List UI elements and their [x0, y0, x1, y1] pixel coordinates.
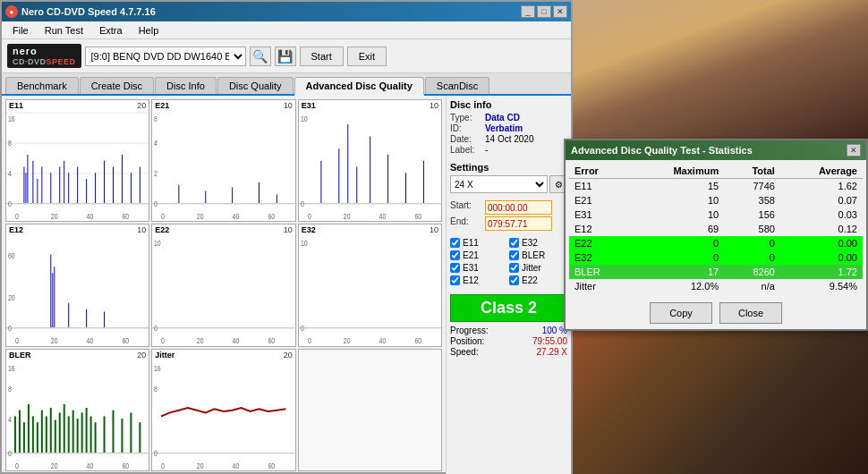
chart-e22-label: E22	[155, 225, 169, 234]
speed-label: Speed:	[450, 347, 479, 357]
checkbox-e21-row[interactable]: E21	[450, 250, 508, 260]
chart-e12: E12 10 0 60 20 0 20 40 60	[5, 224, 149, 346]
stats-tbody: E111577461.62E21103580.07E31101560.03E12…	[569, 179, 863, 294]
svg-text:8: 8	[8, 384, 12, 394]
svg-rect-80	[299, 327, 441, 328]
close-button[interactable]: ✕	[553, 5, 567, 18]
svg-text:16: 16	[154, 363, 161, 373]
checkbox-e32-row[interactable]: E32	[509, 238, 567, 248]
svg-text:0: 0	[154, 448, 157, 458]
svg-text:40: 40	[233, 211, 240, 221]
menu-file[interactable]: File	[5, 23, 36, 38]
copy-button[interactable]: Copy	[650, 302, 712, 324]
stats-cell-name: E12	[569, 222, 630, 236]
svg-text:40: 40	[379, 335, 386, 345]
start-time-input[interactable]	[485, 200, 552, 215]
svg-text:10: 10	[154, 239, 161, 249]
checkbox-e12[interactable]	[450, 275, 460, 285]
checkbox-e31-row[interactable]: E31	[450, 263, 508, 273]
stats-cell-total: 156	[724, 207, 780, 222]
checkbox-bler[interactable]	[509, 250, 519, 260]
stats-cell-total: 7746	[724, 179, 780, 194]
svg-text:0: 0	[15, 335, 19, 345]
end-time-input[interactable]	[485, 216, 552, 231]
checkbox-e21[interactable]	[450, 250, 460, 260]
svg-text:4: 4	[8, 168, 12, 178]
id-value: Verbatim	[485, 123, 523, 133]
speed-select[interactable]: 24 X	[450, 175, 548, 193]
stats-cell-max: 69	[630, 222, 724, 236]
checkbox-e31[interactable]	[450, 263, 460, 273]
stats-row: E12695800.12	[569, 222, 863, 236]
progress-label: Progress:	[450, 326, 489, 335]
col-error: Error	[569, 164, 630, 179]
stats-cell-avg: 9.54%	[780, 279, 863, 293]
checkbox-e22[interactable]	[509, 275, 519, 285]
chart-e12-max: 10	[137, 225, 146, 234]
type-value: Data CD	[485, 113, 520, 123]
menu-help[interactable]: Help	[132, 23, 166, 38]
menu-bar: File Run Test Extra Help	[2, 21, 571, 39]
svg-text:20: 20	[51, 211, 58, 221]
drive-select[interactable]: [9:0] BENQ DVD DD DW1640 BSLB	[85, 47, 246, 66]
save-icon-button[interactable]: 💾	[275, 47, 296, 66]
stats-cell-name: Jitter	[569, 279, 630, 293]
svg-text:60: 60	[122, 335, 129, 345]
progress-section: Progress: 100 % Position: 79:55.00 Speed…	[450, 326, 567, 357]
menu-extra[interactable]: Extra	[92, 23, 130, 38]
close-stats-button[interactable]: Close	[719, 302, 782, 324]
stats-title-bar: Advanced Disc Quality Test - Statistics …	[566, 140, 866, 160]
type-label: Type:	[450, 113, 481, 123]
label-label: Label:	[450, 145, 481, 155]
checkbox-e32[interactable]	[509, 238, 519, 248]
stats-cell-avg: 0.03	[780, 207, 863, 222]
stats-cell-total: 358	[724, 193, 780, 207]
stats-cell-max: 15	[630, 179, 724, 194]
menu-run-test[interactable]: Run Test	[38, 23, 90, 38]
stats-buttons: Copy Close	[566, 297, 866, 329]
tab-create-disc[interactable]: Create Disc	[80, 77, 154, 94]
svg-text:0: 0	[161, 460, 165, 470]
checkbox-e11[interactable]	[450, 238, 460, 248]
svg-text:0: 0	[8, 199, 12, 208]
minimize-button[interactable]: _	[521, 5, 535, 18]
checkbox-jitter-row[interactable]: Jitter	[509, 263, 567, 273]
checkbox-bler-row[interactable]: BLER	[509, 250, 567, 260]
checkbox-e12-row[interactable]: E12	[450, 275, 508, 285]
svg-text:10: 10	[301, 114, 308, 123]
stats-cell-total: 8260	[724, 265, 780, 279]
svg-text:60: 60	[122, 211, 129, 221]
position-value: 79:55.00	[532, 336, 567, 346]
chart-e31-label: E31	[302, 101, 316, 110]
tab-disc-quality[interactable]: Disc Quality	[217, 77, 294, 94]
svg-text:40: 40	[233, 335, 240, 345]
checkbox-e22-row[interactable]: E22	[509, 275, 567, 285]
settings-title: Settings	[450, 162, 567, 173]
stats-cell-max: 10	[630, 207, 724, 222]
end-label: End:	[450, 216, 481, 231]
stats-cell-avg: 0.07	[780, 193, 863, 207]
checkbox-jitter[interactable]	[509, 263, 519, 273]
exit-button[interactable]: Exit	[347, 47, 387, 66]
tab-disc-info[interactable]: Disc Info	[155, 77, 217, 94]
svg-text:60: 60	[268, 211, 276, 221]
tab-benchmark[interactable]: Benchmark	[5, 77, 79, 94]
svg-rect-73	[152, 327, 294, 328]
chart-e32: E32 10 0 10 0 20 40 60	[298, 224, 442, 346]
checkbox-e11-row[interactable]: E11	[450, 238, 508, 248]
stats-cell-avg: 0.00	[780, 250, 863, 265]
info-icon-button[interactable]: 🔍	[250, 47, 271, 66]
class-box: Class 2	[450, 294, 567, 322]
id-label: ID:	[450, 123, 481, 133]
svg-text:16: 16	[8, 363, 15, 373]
maximize-button[interactable]: □	[537, 5, 551, 18]
stats-cell-name: E32	[569, 250, 630, 265]
right-panel: Disc info Type: Data CD ID: Verbatim Dat…	[446, 96, 571, 474]
tab-scan-disc[interactable]: ScanDisc	[425, 77, 489, 94]
stats-cell-total: 0	[724, 250, 780, 265]
stats-cell-avg: 0.12	[780, 222, 863, 236]
stats-close-icon-button[interactable]: ✕	[847, 144, 861, 157]
start-button[interactable]: Start	[300, 47, 344, 66]
svg-rect-120	[152, 453, 294, 453]
tab-advanced-disc-quality[interactable]: Advanced Disc Quality	[294, 77, 424, 96]
